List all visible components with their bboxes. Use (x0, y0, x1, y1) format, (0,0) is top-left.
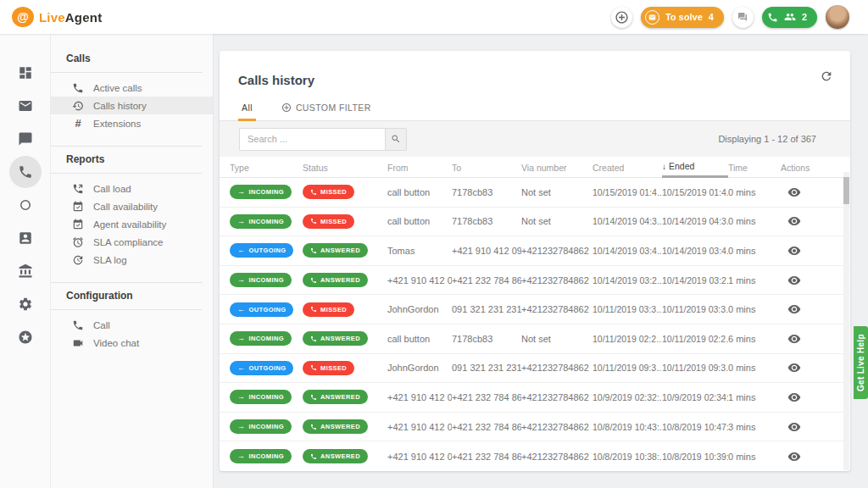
table-row[interactable]: ←OUTGOINGMISSEDJohnGordon091 321 231 231… (220, 295, 850, 324)
sidebar-item-label: Agent availability (93, 219, 166, 230)
sidebar-item-call[interactable]: Call (51, 316, 213, 334)
rail-item-academy[interactable] (9, 255, 42, 287)
column-header-time[interactable]: Time (728, 157, 781, 178)
sidebar-item-extensions[interactable]: #Extensions (51, 114, 213, 132)
rail-item-contacts[interactable] (9, 222, 42, 254)
rail-item-dashboard[interactable] (9, 57, 42, 89)
cell-actions (781, 420, 850, 434)
tab-all[interactable]: All (238, 103, 256, 120)
table-row[interactable]: →INCOMINGMISSEDcall button7178cb83Not se… (220, 208, 850, 237)
view-call-button[interactable] (781, 214, 801, 228)
app-logo[interactable]: @ LiveAgent (0, 7, 102, 27)
cell-time: 0 mins (728, 246, 781, 256)
cell-actions (781, 361, 850, 374)
table-row[interactable]: ←OUTGOINGMISSEDJohnGordon091 321 231 231… (220, 354, 850, 384)
view-call-button[interactable] (781, 186, 801, 199)
view-call-button[interactable] (781, 332, 801, 346)
search-input[interactable] (239, 128, 385, 151)
rail-item-phone[interactable] (9, 156, 42, 188)
status-badge: MISSED (303, 361, 354, 375)
table-row[interactable]: →INCOMINGMISSEDcall button7178cb83Not se… (220, 178, 850, 208)
column-header-type[interactable]: Type (230, 157, 303, 178)
view-call-button[interactable] (781, 391, 801, 404)
cell-status: ANSWERED (303, 273, 387, 287)
view-call-button[interactable] (781, 274, 801, 287)
view-call-button[interactable] (781, 302, 801, 316)
table-row[interactable]: →INCOMINGANSWEREDcall button7178cb83Not … (220, 324, 850, 354)
column-header-ended[interactable]: ↓Ended (662, 157, 728, 178)
column-label: Type (230, 163, 249, 173)
cell-created: 10/8/2019 10:43:... (593, 422, 662, 432)
cell-ended: 10/14/2019 03:4... (662, 246, 728, 256)
view-call-button[interactable] (781, 450, 801, 463)
add-new-button[interactable] (611, 7, 632, 28)
eye-icon (787, 450, 801, 463)
sidebar-item-active-calls[interactable]: Active calls (51, 79, 213, 97)
rail-item-settings[interactable] (9, 288, 42, 320)
rail-item-ring[interactable] (9, 189, 42, 221)
tab-label: CUSTOM FILTER (296, 103, 371, 113)
calls-online-button[interactable]: 2 (762, 7, 817, 28)
column-header-actions[interactable]: Actions (781, 157, 850, 178)
rail-item-chat[interactable] (9, 123, 42, 155)
chats-button[interactable] (732, 7, 754, 28)
cell-to: +421 232 784 862 (452, 422, 521, 432)
cell-via-number: +421232784862 (521, 452, 593, 462)
view-call-button[interactable] (781, 244, 801, 258)
tab-custom-filter[interactable]: CUSTOM FILTER (278, 103, 375, 120)
phone-icon (310, 277, 317, 284)
refresh-icon (820, 69, 833, 83)
table-scrollbar[interactable] (843, 172, 849, 470)
phone-icon (72, 319, 84, 331)
cell-status: ANSWERED (303, 243, 387, 258)
eye-icon (787, 244, 801, 258)
user-avatar[interactable] (826, 5, 849, 29)
sidebar-item-call-load[interactable]: Call load (51, 180, 213, 197)
column-header-created[interactable]: Created (593, 157, 662, 178)
to-solve-label: To solve (665, 12, 703, 22)
sidebar-item-call-availability[interactable]: Call availability (51, 197, 213, 215)
phone-icon (310, 189, 317, 196)
cell-time: 0 mins (728, 363, 781, 373)
column-label: From (387, 163, 409, 173)
search-button[interactable] (385, 128, 407, 151)
rail-item-addons[interactable] (9, 321, 42, 353)
scrollbar-thumb[interactable] (843, 177, 849, 204)
cell-to: 7178cb83 (452, 334, 521, 344)
dashboard-icon (18, 65, 33, 80)
cell-to: 7178cb83 (452, 187, 521, 197)
view-call-button[interactable] (781, 361, 801, 374)
view-call-button[interactable] (781, 420, 801, 434)
cell-status: ANSWERED (303, 419, 387, 434)
table-row[interactable]: →INCOMINGANSWERED+421 910 412 090+421 23… (220, 413, 850, 442)
column-header-via[interactable]: Via number (521, 157, 593, 178)
sort-desc-icon: ↓ (662, 162, 666, 171)
type-badge: →INCOMING (230, 449, 292, 463)
table-row[interactable]: ←OUTGOINGANSWEREDTomas+421 910 412 090+4… (220, 236, 850, 266)
refresh-button[interactable] (820, 69, 833, 86)
table-row[interactable]: →INCOMINGANSWERED+421 910 412 090+421 23… (220, 266, 850, 296)
sidebar-item-video-chat[interactable]: Video chat (51, 334, 213, 352)
sidebar-item-calls-history[interactable]: Calls history (51, 97, 213, 114)
sidebar-item-agent-availability[interactable]: Agent availability (51, 215, 213, 233)
rail-item-mail[interactable] (9, 90, 42, 122)
column-label: Status (303, 163, 328, 173)
status-badge: ANSWERED (303, 273, 368, 287)
mail-icon (645, 10, 659, 25)
column-header-to[interactable]: To (452, 157, 521, 178)
column-header-status[interactable]: Status (303, 157, 387, 178)
arrow-right-icon: → (237, 423, 245, 430)
to-solve-button[interactable]: To solve 4 (641, 7, 724, 28)
sidebar-item-sla-log[interactable]: SLA log (51, 251, 213, 269)
sidebar-item-sla-compliance[interactable]: SLA compliance (51, 233, 213, 251)
cell-from: +421 910 412 090 (387, 422, 452, 432)
cell-actions (781, 214, 850, 228)
get-live-help-tab[interactable]: Get Live Help (854, 326, 868, 399)
table-row[interactable]: →INCOMINGANSWERED+421 910 412 090+421 23… (220, 441, 850, 471)
cell-from: +421 910 412 090 (387, 392, 452, 402)
add-circle-icon (281, 103, 292, 113)
column-header-from[interactable]: From (387, 157, 452, 178)
app-body: CallsActive callsCalls history#Extension… (0, 34, 868, 488)
table-row[interactable]: →INCOMINGANSWERED+421 910 412 090+421 23… (220, 383, 850, 413)
status-badge: ANSWERED (303, 390, 368, 404)
